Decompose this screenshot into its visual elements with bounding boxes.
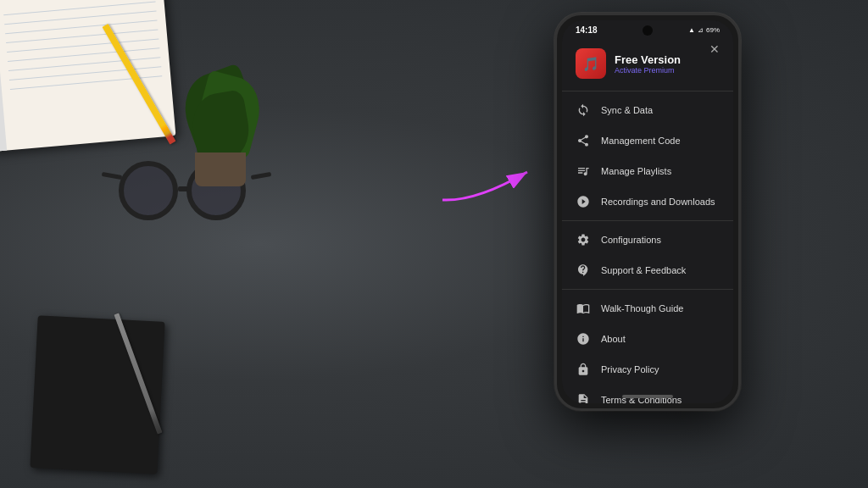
camera-notch [643, 25, 653, 36]
guide-label: Walk-Though Guide [601, 303, 683, 313]
app-icon-emoji: 🎵 [582, 56, 599, 72]
menu-item-guide[interactable]: Walk-Though Guide [562, 293, 733, 324]
menu-item-playlists[interactable]: Manage Playlists [562, 156, 733, 186]
menu-item-privacy[interactable]: Privacy Policy [562, 354, 733, 385]
sync-icon [576, 103, 591, 118]
about-label: About [601, 334, 626, 344]
terms-icon [576, 392, 591, 403]
menu-content: 🎵 Free Version Activate Premium S [562, 38, 733, 403]
app-title-group: Free Version Activate Premium [615, 53, 681, 75]
support-label: Support & Feedback [601, 265, 686, 275]
battery-icon: 69% [706, 26, 720, 34]
playlists-label: Manage Playlists [601, 166, 671, 176]
management-code-icon [576, 133, 591, 148]
app-version-title: Free Version [615, 53, 681, 66]
desktop-background: 14:18 ▲ ⊿ 69% ✕ 🎵 [0, 0, 868, 488]
home-indicator [622, 395, 673, 398]
sync-label: Sync & Data [601, 105, 653, 115]
menu-item-about[interactable]: About [562, 324, 733, 354]
phone-device: 14:18 ▲ ⊿ 69% ✕ 🎵 [554, 13, 741, 411]
menu-item-configurations[interactable]: Configurations [562, 225, 733, 255]
recordings-icon [576, 194, 591, 209]
privacy-icon [576, 362, 591, 377]
menu-item-recordings[interactable]: Recordings and Downloads [562, 186, 733, 217]
signal-icon: ⊿ [698, 26, 704, 34]
menu-item-support[interactable]: Support & Feedback [562, 255, 733, 286]
divider-mid [562, 220, 733, 221]
menu-item-management-code[interactable]: Management Code [562, 125, 733, 156]
privacy-label: Privacy Policy [601, 364, 659, 374]
plant [170, 51, 271, 186]
activate-premium-link[interactable]: Activate Premium [615, 66, 681, 75]
notebook-lines [3, 2, 166, 141]
phone-mockup: 14:18 ▲ ⊿ 69% ✕ 🎵 [554, 13, 741, 411]
support-icon [576, 263, 591, 278]
guide-icon [576, 301, 591, 316]
recordings-label: Recordings and Downloads [601, 197, 715, 207]
status-time: 14:18 [576, 25, 598, 35]
configurations-label: Configurations [601, 235, 661, 245]
playlists-icon [576, 164, 591, 179]
app-icon: 🎵 [576, 48, 606, 79]
management-code-label: Management Code [601, 136, 681, 146]
menu-item-sync[interactable]: Sync & Data [562, 95, 733, 125]
close-button[interactable]: ✕ [706, 41, 723, 58]
close-icon: ✕ [709, 43, 720, 55]
plant-pot [195, 152, 246, 186]
phone-screen: 14:18 ▲ ⊿ 69% ✕ 🎵 [562, 20, 733, 403]
arrow-indicator [434, 159, 544, 209]
divider-top [562, 91, 733, 92]
glasses-arm-left [102, 172, 123, 180]
notebook [0, 0, 175, 152]
status-icons: ▲ ⊿ 69% [688, 26, 720, 34]
configurations-icon [576, 232, 591, 247]
divider-lower [562, 289, 733, 290]
menu-item-terms[interactable]: Terms & Conditions [562, 385, 733, 403]
wifi-icon: ▲ [688, 26, 695, 34]
about-icon [576, 331, 591, 347]
